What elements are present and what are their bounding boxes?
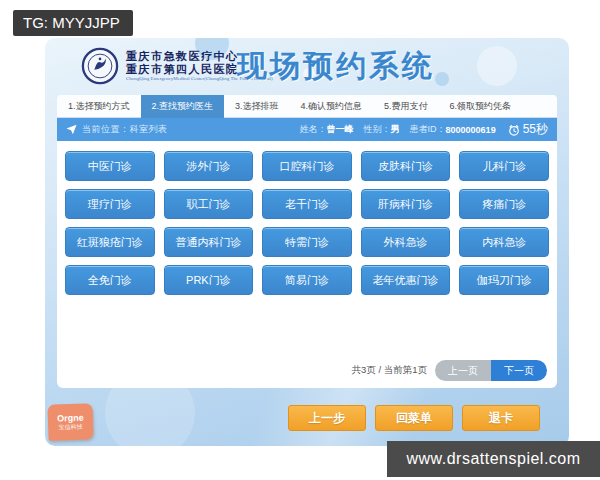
tab-step-1-choose-method[interactable]: 1.选择预约方式	[57, 95, 141, 118]
website-watermark-bar: www.drsattenspiel.com	[387, 441, 600, 477]
dept-button[interactable]: 普通内科门诊	[164, 227, 254, 257]
kiosk-screen: 重庆市急救医疗中心 重庆市第四人民医院 ChongQing EmergencyM…	[45, 38, 569, 446]
clock-icon	[508, 124, 520, 136]
vendor-watermark: Orgne 宝信科技	[47, 403, 93, 441]
dept-button[interactable]: PRK门诊	[164, 265, 254, 295]
dept-button[interactable]: 皮肤科门诊	[361, 151, 451, 181]
tab-step-2-find-doctor[interactable]: 2.查找预约医生	[141, 95, 225, 118]
countdown-timer: 55秒	[523, 121, 548, 138]
dept-button[interactable]: 简易门诊	[262, 265, 352, 295]
patient-id-label: 患者ID：	[410, 123, 446, 136]
dept-button[interactable]: 外科急诊	[361, 227, 451, 257]
hospital-logo-icon	[81, 47, 119, 85]
patient-id-value: 8000000619	[446, 125, 496, 135]
dept-button[interactable]: 涉外门诊	[164, 151, 254, 181]
header: 重庆市急救医疗中心 重庆市第四人民医院 ChongQing EmergencyM…	[45, 38, 569, 94]
back-step-button[interactable]: 上一步	[288, 405, 366, 431]
eject-card-button[interactable]: 退卡	[462, 405, 540, 431]
page-summary: 共3页 / 当前第1页	[352, 364, 428, 377]
department-panel: 中医门诊 涉外门诊 口腔科门诊 皮肤科门诊 儿科门诊 理疗门诊 职工门诊 老干门…	[57, 141, 557, 388]
prev-page-button[interactable]: 上一页	[435, 360, 491, 381]
name-label: 姓名：	[300, 123, 327, 136]
return-menu-button[interactable]: 回菜单	[375, 405, 453, 431]
dept-button[interactable]: 儿科门诊	[459, 151, 549, 181]
dept-button[interactable]: 内科急诊	[459, 227, 549, 257]
dept-button[interactable]: 口腔科门诊	[262, 151, 352, 181]
info-bar: 当前位置：科室列表 姓名： 曾一峰 性别： 男 患者ID： 8000000619…	[57, 118, 557, 141]
dept-button[interactable]: 职工门诊	[164, 189, 254, 219]
dept-button[interactable]: 红斑狼疮门诊	[65, 227, 155, 257]
dept-button[interactable]: 老年优惠门诊	[361, 265, 451, 295]
dept-button[interactable]: 全免门诊	[65, 265, 155, 295]
paper-plane-icon	[66, 124, 77, 135]
tab-step-4-confirm-info[interactable]: 4.确认预约信息	[290, 95, 374, 118]
tab-step-5-payment[interactable]: 5.费用支付	[373, 95, 439, 118]
dept-button[interactable]: 中医门诊	[65, 151, 155, 181]
page-title: 现场预约系统	[237, 46, 435, 87]
step-tabbar: 1.选择预约方式 2.查找预约医生 3.选择排班 4.确认预约信息 5.费用支付…	[57, 95, 557, 118]
dept-button[interactable]: 肝病科门诊	[361, 189, 451, 219]
name-value: 曾一峰	[327, 123, 354, 136]
dept-button[interactable]: 疼痛门诊	[459, 189, 549, 219]
gender-value: 男	[391, 123, 400, 136]
department-grid: 中医门诊 涉外门诊 口腔科门诊 皮肤科门诊 儿科门诊 理疗门诊 职工门诊 老干门…	[65, 151, 549, 295]
gender-label: 性别：	[364, 123, 391, 136]
vendor-watermark-line2: 宝信科技	[59, 423, 83, 432]
dept-button[interactable]: 理疗门诊	[65, 189, 155, 219]
tg-watermark-label: TG: MYYJJPP	[13, 10, 133, 36]
dept-button[interactable]: 特需门诊	[262, 227, 352, 257]
dept-button[interactable]: 老干门诊	[262, 189, 352, 219]
tab-step-3-choose-schedule[interactable]: 3.选择排班	[224, 95, 290, 118]
pagination: 共3页 / 当前第1页 上一页 下一页	[352, 360, 548, 381]
tab-step-6-get-ticket[interactable]: 6.领取预约凭条	[439, 95, 523, 118]
current-location-text: 当前位置：科室列表	[82, 123, 168, 136]
next-page-button[interactable]: 下一页	[491, 360, 547, 381]
footer-actions: 上一步 回菜单 退卡	[288, 405, 540, 431]
dept-button[interactable]: 伽玛刀门诊	[459, 265, 549, 295]
